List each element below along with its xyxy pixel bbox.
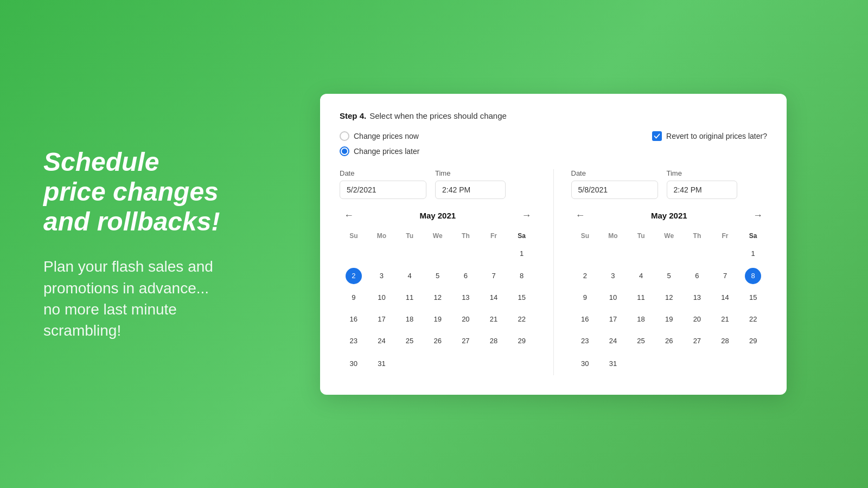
- list-item[interactable]: 29: [739, 330, 767, 352]
- list-item[interactable]: 7: [711, 265, 739, 287]
- list-item[interactable]: 15: [739, 287, 767, 309]
- list-item[interactable]: 9: [571, 287, 599, 309]
- list-item[interactable]: 9: [340, 287, 368, 309]
- list-item[interactable]: 11: [627, 287, 655, 309]
- list-item[interactable]: 6: [683, 265, 711, 287]
- list-item[interactable]: 22: [739, 309, 767, 330]
- radio-circle-later[interactable]: [340, 146, 349, 156]
- list-item[interactable]: 17: [599, 309, 627, 330]
- list-item[interactable]: 24: [599, 330, 627, 352]
- list-item[interactable]: 1: [508, 242, 536, 265]
- list-item[interactable]: 15: [508, 287, 536, 309]
- list-item[interactable]: 8: [739, 265, 767, 287]
- list-item[interactable]: 1: [739, 242, 767, 265]
- list-item[interactable]: 14: [711, 287, 739, 309]
- right-prev-button[interactable]: ←: [571, 208, 590, 223]
- list-item[interactable]: 3: [599, 265, 627, 287]
- list-item[interactable]: 20: [452, 309, 480, 330]
- right-th-fr: Fr: [711, 230, 739, 242]
- checkbox-box[interactable]: [652, 131, 662, 141]
- list-item[interactable]: 6: [452, 265, 480, 287]
- left-date-input[interactable]: [340, 181, 426, 199]
- list-item[interactable]: 25: [395, 330, 424, 352]
- list-item[interactable]: 5: [655, 265, 683, 287]
- table-row: 1: [340, 242, 536, 265]
- list-item[interactable]: 13: [683, 287, 711, 309]
- list-item[interactable]: 30: [571, 352, 599, 375]
- list-item: [508, 352, 536, 375]
- list-item[interactable]: 18: [395, 309, 424, 330]
- options-row: Change prices now Change prices later Re…: [340, 131, 767, 156]
- list-item: [368, 242, 396, 265]
- list-item[interactable]: 4: [395, 265, 424, 287]
- list-item[interactable]: 27: [683, 330, 711, 352]
- list-item[interactable]: 23: [571, 330, 599, 352]
- list-item[interactable]: 2: [340, 265, 368, 287]
- left-next-button[interactable]: →: [518, 208, 536, 223]
- list-item[interactable]: 12: [424, 287, 452, 309]
- list-item[interactable]: 31: [368, 352, 396, 375]
- list-item[interactable]: 26: [424, 330, 452, 352]
- radio-option-now[interactable]: Change prices now: [340, 131, 419, 141]
- list-item[interactable]: 12: [655, 287, 683, 309]
- list-item[interactable]: 27: [452, 330, 480, 352]
- list-item[interactable]: 24: [368, 330, 396, 352]
- list-item[interactable]: 26: [655, 330, 683, 352]
- list-item[interactable]: 5: [424, 265, 452, 287]
- list-item[interactable]: 19: [424, 309, 452, 330]
- calendars-row: Date Time ← May 2021 →: [340, 169, 767, 375]
- left-time-input[interactable]: [435, 181, 506, 199]
- list-item[interactable]: 2: [571, 265, 599, 287]
- list-item[interactable]: 29: [508, 330, 536, 352]
- left-th-sa: Sa: [508, 230, 536, 242]
- list-item: [711, 352, 739, 375]
- list-item[interactable]: 3: [368, 265, 396, 287]
- right-date-label: Date: [571, 169, 658, 177]
- list-item[interactable]: 31: [599, 352, 627, 375]
- right-th-th: Th: [683, 230, 711, 242]
- list-item: [424, 352, 452, 375]
- list-item[interactable]: 30: [340, 352, 368, 375]
- list-item: [395, 352, 424, 375]
- list-item[interactable]: 28: [711, 330, 739, 352]
- list-item: [627, 242, 655, 265]
- list-item[interactable]: 14: [480, 287, 508, 309]
- list-item[interactable]: 20: [683, 309, 711, 330]
- list-item[interactable]: 28: [480, 330, 508, 352]
- left-prev-button[interactable]: ←: [340, 208, 358, 223]
- list-item[interactable]: 8: [508, 265, 536, 287]
- checkbox-revert[interactable]: Revert to original prices later?: [652, 131, 767, 141]
- radio-option-later[interactable]: Change prices later: [340, 146, 419, 156]
- table-row: 9101112131415: [340, 287, 536, 309]
- right-time-input[interactable]: [667, 181, 737, 199]
- right-cal-grid: Su Mo Tu We Th Fr Sa 1234567891011121314…: [571, 230, 768, 375]
- left-subtitle: Plan your flash sales and promotions in …: [43, 256, 228, 341]
- list-item[interactable]: 23: [340, 330, 368, 352]
- list-item[interactable]: 13: [452, 287, 480, 309]
- left-title: Schedule price changes and rollbacks!: [43, 147, 228, 237]
- list-item: [739, 352, 767, 375]
- list-item[interactable]: 19: [655, 309, 683, 330]
- table-row: 2345678: [340, 265, 536, 287]
- list-item[interactable]: 4: [627, 265, 655, 287]
- list-item[interactable]: 22: [508, 309, 536, 330]
- list-item[interactable]: 16: [340, 309, 368, 330]
- list-item[interactable]: 21: [480, 309, 508, 330]
- list-item[interactable]: 21: [711, 309, 739, 330]
- right-date-input[interactable]: [571, 181, 658, 199]
- list-item[interactable]: 11: [395, 287, 424, 309]
- list-item: [340, 242, 368, 265]
- radio-circle-now[interactable]: [340, 131, 349, 141]
- list-item[interactable]: 10: [599, 287, 627, 309]
- list-item[interactable]: 16: [571, 309, 599, 330]
- list-item[interactable]: 17: [368, 309, 396, 330]
- list-item[interactable]: 7: [480, 265, 508, 287]
- list-item: [599, 242, 627, 265]
- list-item[interactable]: 18: [627, 309, 655, 330]
- right-th-sa: Sa: [739, 230, 767, 242]
- list-item[interactable]: 25: [627, 330, 655, 352]
- radio-label-now: Change prices now: [354, 132, 419, 140]
- right-next-button[interactable]: →: [749, 208, 767, 223]
- right-time-label: Time: [667, 169, 737, 177]
- list-item[interactable]: 10: [368, 287, 396, 309]
